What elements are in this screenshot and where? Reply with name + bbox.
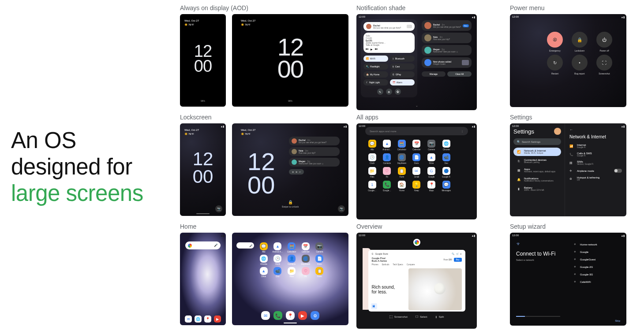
qs-night-light[interactable]: ☾Night Light bbox=[363, 79, 388, 85]
wifi-network[interactable]: ᯤGoogle-3G bbox=[572, 271, 622, 278]
app-duo[interactable]: 📹Duo bbox=[439, 153, 453, 164]
app-android[interactable]: ▲Android… bbox=[380, 140, 394, 151]
home-app[interactable]: 📁Files bbox=[285, 267, 298, 278]
camera-icon[interactable]: 📷 bbox=[338, 205, 345, 212]
home-app[interactable]: 🌀Daydream bbox=[300, 255, 312, 265]
home-app[interactable]: 🕒Clock bbox=[272, 255, 284, 265]
tab[interactable]: Compare bbox=[407, 263, 415, 266]
chrome-icon[interactable] bbox=[413, 239, 420, 246]
notif-photos[interactable]: New photos addedOregon Coast bbox=[422, 57, 472, 68]
power-power-off[interactable]: ⏻Power off bbox=[593, 32, 615, 52]
app-maps[interactable]: 📍Maps bbox=[424, 181, 438, 192]
dock-app[interactable]: 🌐 bbox=[195, 315, 202, 323]
overview-screenshot[interactable]: ⛶Screenshot bbox=[389, 315, 408, 319]
clear-all-button[interactable]: Clear All bbox=[447, 71, 472, 77]
app-clock[interactable]: 🕒Clock bbox=[365, 153, 379, 164]
qs-cast[interactable]: ⎘Cast bbox=[390, 63, 415, 70]
dock-app[interactable]: 📍 bbox=[286, 311, 295, 320]
settings-detail-airplane-mode[interactable]: ✈Airplane mode bbox=[569, 169, 622, 173]
app-daydream[interactable]: 🌀Daydream bbox=[395, 153, 409, 164]
overview-split[interactable]: ⫿Split bbox=[435, 315, 444, 319]
reply-pill[interactable]: ⊕⊕↩ bbox=[289, 169, 304, 174]
mic-icon[interactable]: 🎤 bbox=[214, 244, 218, 247]
app-keep[interactable]: 💡Keep bbox=[410, 181, 424, 192]
settings-item-network---internet[interactable]: 📶Network & InternetMobile, Wi-Fi, hotspo… bbox=[513, 148, 561, 156]
power-emergency[interactable]: ⦿Emergency bbox=[544, 32, 566, 52]
settings-item-notifications[interactable]: 🔔NotificationsNotification history, conv… bbox=[513, 175, 561, 184]
app-contacts[interactable]: 👤Contacts bbox=[380, 153, 394, 164]
power-lockdown[interactable]: 🔒Lockdown bbox=[569, 32, 591, 52]
settings-detail-calls---sms[interactable]: 📞Calls & SMSGoogle Fi bbox=[569, 152, 622, 157]
notif-msg[interactable]: Megan · 5mAwesome!! See you soon ☺ bbox=[422, 45, 472, 56]
pip-icon[interactable]: ▣ bbox=[371, 303, 377, 309]
dock-app[interactable]: ✉ bbox=[261, 311, 270, 320]
convo-card[interactable]: RachelDid you see what you got here? bbox=[363, 22, 415, 31]
tab[interactable]: Tech Specs bbox=[393, 263, 403, 266]
home-app[interactable]: 🌐Chrome bbox=[258, 255, 270, 265]
notif-msg[interactable]: Nate · 3mHow was your trip? bbox=[422, 33, 472, 43]
dock-app[interactable]: 📞 bbox=[273, 311, 282, 320]
app-files[interactable]: 📁Files bbox=[365, 167, 379, 178]
settings-icon[interactable]: ⚙ bbox=[386, 89, 392, 95]
search-input[interactable]: 🔍Search Settings bbox=[513, 138, 561, 145]
home-app[interactable]: ▲Drive bbox=[258, 267, 270, 278]
edit-icon[interactable]: ✎ bbox=[377, 89, 383, 95]
search-input[interactable]: Search apps and more⋮ bbox=[365, 127, 468, 135]
app-google[interactable]: 📞Google… bbox=[380, 181, 394, 192]
app-home[interactable]: 🏠Home bbox=[395, 181, 409, 192]
wifi-network[interactable]: ᯤHome-network bbox=[572, 241, 622, 248]
mic-icon[interactable]: 🎤 bbox=[249, 244, 252, 247]
home-app[interactable]: 💬Allo bbox=[258, 242, 270, 253]
app-chrome[interactable]: 🌐Chrome bbox=[439, 140, 453, 151]
home-app[interactable]: 📹Duo bbox=[272, 267, 284, 278]
prev-icon[interactable]: ⏮ bbox=[366, 48, 368, 51]
home-app[interactable]: 👤Contacts bbox=[285, 255, 298, 265]
power-restart[interactable]: ↻Restart bbox=[544, 55, 566, 75]
play-icon[interactable]: ▶ bbox=[371, 48, 373, 51]
tab[interactable]: Phones bbox=[372, 263, 378, 266]
tab[interactable]: Earbuds bbox=[382, 263, 389, 266]
app-allo[interactable]: 💬Allo bbox=[365, 140, 379, 151]
app-messages[interactable]: 💬Messages bbox=[439, 181, 453, 192]
overview-select[interactable]: ☐Select bbox=[416, 315, 427, 319]
settings-item-connected-devices[interactable]: ⎘Connected devicesBluetooth, pairing bbox=[513, 157, 561, 165]
next-icon[interactable]: ⏭ bbox=[375, 48, 378, 51]
more-icon[interactable]: ⋮ bbox=[461, 130, 464, 133]
app-docs[interactable]: 📄Docs bbox=[410, 153, 424, 164]
app-calendar[interactable]: 📅Calendar bbox=[410, 140, 424, 151]
camera-icon[interactable]: 📷 bbox=[215, 205, 222, 212]
app-google[interactable]: 1Google… bbox=[365, 181, 379, 192]
app-camera[interactable]: 📷Camera bbox=[424, 140, 438, 151]
qs-flashlight[interactable]: 🔦Flashlight bbox=[363, 63, 388, 70]
settings-detail-sims[interactable]: ▤SIMsVerizon, Google Fi bbox=[569, 160, 622, 165]
app-gmail[interactable]: ✉Gmail bbox=[410, 167, 424, 178]
app-calculator[interactable]: 🧮Calculator bbox=[395, 140, 409, 151]
wifi-network[interactable]: ᯤGoogle-2G bbox=[572, 263, 622, 271]
app-form[interactable]: 📋Form bbox=[395, 167, 409, 178]
skip-button[interactable]: Skip bbox=[615, 319, 620, 322]
settings-detail-hotspot---tethering[interactable]: ⊚Hotspot & tetheringOff bbox=[569, 176, 622, 181]
home-app[interactable]: 🧮Calculator bbox=[285, 242, 298, 253]
unlock[interactable]: 🔒Swipe to unlock bbox=[282, 200, 299, 208]
chevron-down-icon[interactable]: ⌄ bbox=[416, 104, 418, 108]
power-screenshot[interactable]: ⛶Screenshot bbox=[593, 55, 615, 75]
power-icon[interactable]: ⏻ bbox=[395, 89, 401, 95]
manage-button[interactable]: Manage bbox=[422, 71, 446, 77]
home-app[interactable]: ▲Android A… bbox=[272, 242, 284, 253]
toggle[interactable] bbox=[614, 169, 622, 173]
notif-msg[interactable]: Rachel · 2mDid you see what you got here… bbox=[422, 20, 472, 31]
lock-notif[interactable]: Megan · 5mAwesome!! See you soon ☺ bbox=[289, 158, 340, 167]
settings-detail-internet[interactable]: 📶InternetGoogle Fi bbox=[569, 144, 622, 148]
app-google[interactable]: GGoogle bbox=[424, 167, 438, 178]
search-bar[interactable]: 🎤 bbox=[236, 242, 254, 249]
settings-item-battery[interactable]: ▮Battery100% · About 13 hr left bbox=[513, 185, 561, 193]
lock-notif[interactable]: Nate · 3mHow was your trip? bbox=[289, 147, 340, 156]
settings-item-apps[interactable]: ▦AppsAssistant, recent apps, default app… bbox=[513, 166, 561, 174]
app-fit[interactable]: ♡Fit bbox=[380, 167, 394, 178]
home-app[interactable]: ♡Fit bbox=[300, 267, 312, 278]
wifi-network[interactable]: ᯤCafeWiFi bbox=[572, 278, 622, 286]
back-icon[interactable]: ← bbox=[569, 128, 622, 132]
lock-notif[interactable]: Rachel · 2mDid you see what you got here… bbox=[289, 137, 340, 145]
qs-gpay[interactable]: GGPay bbox=[390, 71, 415, 78]
home-app[interactable]: 📋Form bbox=[314, 267, 326, 278]
